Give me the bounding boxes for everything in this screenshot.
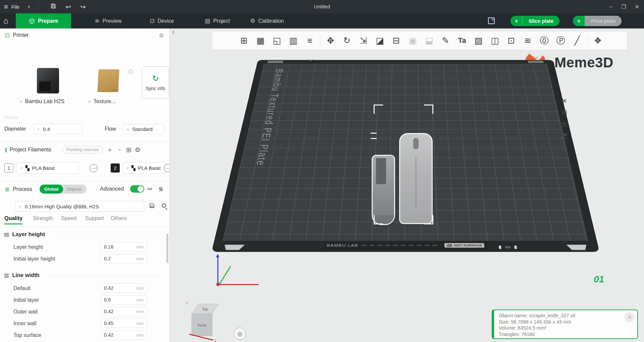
ams-icon[interactable]: ⊞ [126,146,131,154]
filament-2-index[interactable]: 2 [111,163,120,173]
window-title: Untitled [0,4,644,9]
print-options-chevron-icon[interactable]: ∨ [573,16,585,26]
home-button[interactable]: ⌂ [3,16,8,25]
lay-on-face-icon[interactable]: ◪ [372,36,388,45]
info-close-button[interactable]: ✕ [625,312,635,322]
default-line-width-input[interactable]: 0.42mm [101,283,147,293]
tab-strength[interactable]: Strength [33,215,53,221]
flow-select[interactable]: ∨ Standard [123,124,164,134]
variable-layer-height-icon[interactable]: ≋ [520,36,536,45]
filament-settings-gear-icon[interactable]: ⚙ [135,146,141,154]
printer-settings-gear-icon[interactable]: ⚙ [159,32,164,39]
assembly-view-icon[interactable]: ❖ [590,36,606,45]
delete-plate-icon[interactable]: ✕ [558,96,571,106]
support-painting-icon[interactable]: ▨ [470,36,487,45]
filament-2-more-button[interactable]: ⋯ [164,164,170,172]
plate-info-icon[interactable]: ⓘ [128,69,133,75]
tab-quality[interactable]: Quality [4,215,22,224]
process-preset-select[interactable]: ∨ 0.16mm High Quality @BBL H2S [15,201,144,212]
sidebar-scrollbar[interactable] [166,233,168,263]
filament-1-more-button[interactable]: ⋯ [90,164,98,172]
add-filament-button[interactable]: ＋ [107,145,113,154]
tab-device[interactable]: ⊡ Device [143,13,181,28]
filament-1-select[interactable]: ∨ ▚ PLA Basic [16,162,78,174]
split-to-parts-icon[interactable]: ▣ [405,36,421,45]
auto-orient-icon[interactable]: ◱ [269,36,285,45]
printer-select[interactable]: ∨ Bambu Lab H2S [19,98,64,105]
edit-plate-icon[interactable]: ⊞ [558,108,571,117]
plate-type-thumbnail[interactable] [97,69,119,92]
model-object-scraper-knife[interactable] [399,133,433,224]
sidebar-collapse-icon[interactable]: ⟨⟩ [172,30,174,35]
tab-preview[interactable]: ≋ Preview [86,13,131,28]
add-model-icon[interactable]: ⊞ [236,36,252,45]
text-tool-icon[interactable]: Ta [454,37,470,44]
orientation-gizmo[interactable]: z Top Front x [186,299,223,342]
tab-speed[interactable]: Speed [61,215,76,221]
info-minimize-button[interactable]: – [631,331,633,336]
compare-presets-icon[interactable]: ≶ [158,185,163,193]
flushing-volumes-button[interactable]: Flushing volumes [62,146,103,153]
split-view-icon[interactable]: ≡ [302,36,318,45]
brand-name: Meme3D [554,55,613,71]
plate-number-label[interactable]: 01 [594,274,604,285]
rotate-icon[interactable]: ↻ [339,36,355,45]
line-width-group-title: ▥ Line width [4,272,40,278]
object-size-text: Size: 58.7098 x 149.336 x 43 mm [499,319,633,325]
snapshot-button[interactable]: ◎ [234,328,246,340]
cut-tool-icon[interactable]: ◫ [487,36,503,45]
initial-layer-height-input[interactable]: 0.2mm [101,254,147,263]
save-preset-button[interactable] [149,203,155,210]
tab-others[interactable]: Others [111,215,127,221]
minimize-button[interactable]: – [609,4,612,10]
top-surface-line-width-input[interactable]: 0.42mm [101,330,147,340]
layer-height-input[interactable]: 0.16mm [101,242,147,252]
plate-layout-icon[interactable] [488,17,495,24]
outer-wall-line-width-input[interactable]: 0.42mm [101,307,147,316]
advanced-toggle[interactable] [130,185,144,193]
split-to-objects-icon[interactable]: ⊟ [388,36,405,45]
initial-layer-line-width-input[interactable]: 0.5mm [101,295,147,304]
printer-icon: ⊡ [5,32,9,39]
scope-objects[interactable]: Objects [63,187,87,192]
chevron-down-icon: ∨ [126,166,129,170]
maximize-button[interactable]: ❐ [621,4,626,10]
model-object-cylinder[interactable] [372,155,395,225]
close-button[interactable]: ✕ [635,4,639,10]
mesh-boolean-icon[interactable]: ⊡ [503,36,520,45]
slice-plate-button[interactable]: ∨ Slice plate [511,16,559,26]
scale-icon[interactable]: ⇲ [355,36,372,45]
filament-1-index[interactable]: 1 [4,163,13,173]
plate-list-icon[interactable]: ▤ [558,119,571,128]
diameter-select[interactable]: ∨ 0.4 [34,124,83,134]
tab-project[interactable]: ▤ Project [199,13,236,28]
tab-prepare[interactable]: Prepare [16,13,71,28]
zero-tool-icon[interactable]: ⓪ [536,36,552,45]
settings-list-icon[interactable]: ≔ [147,185,153,193]
seam-painting-icon[interactable]: ⬓ [421,36,437,45]
remove-filament-button[interactable]: － [116,145,123,154]
show-plate-icon[interactable]: ◉ [558,142,571,151]
process-scope-toggle[interactable]: Global Objects [40,185,87,194]
search-settings-icon[interactable] [162,203,166,208]
arrange-icon[interactable]: ▥ [285,36,302,45]
printer-thumbnail[interactable] [37,68,59,93]
color-painting-icon[interactable]: ✎ [437,36,454,45]
plate-type-select[interactable]: ∨ Texture... [88,98,116,105]
tab-support[interactable]: Support [85,215,104,221]
sync-info-button[interactable]: ↻ Sync info [142,66,169,98]
move-icon[interactable]: ✥ [322,36,339,45]
measure-icon[interactable]: ╱ [569,36,585,45]
add-plate-icon[interactable]: ▦ [252,36,269,45]
inner-wall-line-width-input[interactable]: 0.45mm [101,319,147,328]
lock-plate-icon[interactable]: ⬒ [558,131,571,140]
filament-2-select[interactable]: ∨ ▚ PLA Basic [122,162,165,174]
tab-calibration[interactable]: ⚙ Calibration [244,13,290,28]
slice-options-chevron-icon[interactable]: ∨ [511,16,523,26]
gizmo-top-face[interactable]: Top [192,304,219,314]
p-tool-icon[interactable]: Ⓟ [552,36,569,45]
print-plate-button[interactable]: ∨ Print plate [573,16,622,26]
viewport[interactable]: ⟨⟩ ⊞ ▦ ◱ ▥ ≡ ✥ ↻ ⇲ ◪ ⊟ ▣ ⬓ ✎ Ta ▨ ◫ ⊡ ≋ … [170,28,644,342]
scope-global[interactable]: Global [40,185,63,194]
gizmo-front-face[interactable]: Front [192,314,212,336]
